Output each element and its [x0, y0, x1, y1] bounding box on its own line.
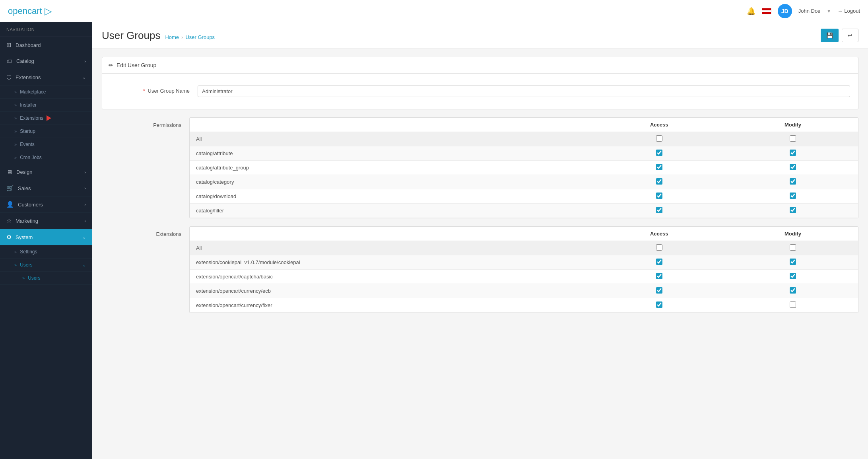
sidebar-item-label: Extensions — [16, 74, 41, 80]
modify-checkbox[interactable] — [790, 259, 796, 265]
logout-button[interactable]: → Logout — [837, 8, 860, 14]
sidebar-item-marketplace[interactable]: » Marketplace — [0, 86, 92, 99]
permissions-section: Permissions Access Modify Allcatalog/att… — [102, 117, 858, 218]
sidebar-item-sales[interactable]: 🛒 Sales › — [0, 180, 92, 196]
modify-checkbox[interactable] — [790, 150, 796, 156]
access-checkbox[interactable] — [656, 259, 662, 265]
chevron-right-icon: › — [84, 170, 86, 175]
red-arrow-indicator — [47, 115, 51, 121]
pencil-icon: ✏ — [109, 62, 113, 68]
sidebar-item-installer[interactable]: » Installer — [0, 99, 92, 112]
sidebar-item-extensions[interactable]: ⬡ Extensions ⌄ — [0, 69, 92, 86]
top-header: opencart ▷ 🔔 JD John Doe ▼ → Logout — [0, 0, 868, 22]
user-name: John Doe — [798, 8, 821, 14]
double-chevron-icon: » — [14, 116, 17, 121]
sidebar-item-design[interactable]: 🖥 Design › — [0, 164, 92, 180]
breadcrumb-separator: › — [181, 34, 183, 40]
save-button[interactable]: 💾 — [821, 29, 839, 42]
system-icon: ⚙ — [6, 233, 12, 241]
required-indicator: * — [143, 88, 145, 94]
panel-header: ✏ Edit User Group — [102, 57, 858, 74]
sidebar-item-catalog[interactable]: 🏷 Catalog › — [0, 53, 92, 69]
chevron-right-icon: › — [84, 59, 86, 64]
sales-icon: 🛒 — [6, 185, 14, 192]
sidebar-item-settings[interactable]: » Settings — [0, 245, 92, 259]
modify-checkbox[interactable] — [790, 244, 796, 251]
sidebar-item-cron-jobs[interactable]: » Cron Jobs — [0, 151, 92, 164]
breadcrumb-home[interactable]: Home — [165, 34, 179, 40]
sidebar-item-extensions-sub[interactable]: » Extensions — [0, 112, 92, 125]
access-checkbox[interactable] — [656, 193, 662, 199]
col-name-header — [190, 227, 591, 241]
user-dropdown-icon[interactable]: ▼ — [827, 9, 831, 14]
marketing-icon: ☆ — [6, 217, 12, 224]
page-header: User Groups Home › User Groups 💾 ↩ — [92, 22, 868, 49]
modify-checkbox[interactable] — [790, 178, 796, 185]
col-modify-header: Modify — [728, 227, 858, 241]
access-checkbox[interactable] — [656, 207, 662, 213]
access-checkbox[interactable] — [656, 273, 662, 279]
breadcrumb-current: User Groups — [185, 34, 215, 40]
permissions-table: Access Modify Allcatalog/attributecatalo… — [190, 118, 858, 218]
sidebar-item-customers[interactable]: 👤 Customers › — [0, 196, 92, 213]
chevron-right-icon: › — [84, 202, 86, 207]
double-chevron-icon: » — [22, 276, 25, 280]
page-title: User Groups — [102, 29, 160, 42]
access-checkbox[interactable] — [656, 287, 662, 294]
modify-checkbox[interactable] — [790, 135, 796, 142]
sidebar-item-label: Sales — [18, 185, 31, 191]
chevron-right-icon: › — [84, 186, 86, 191]
notifications-icon[interactable]: 🔔 — [747, 7, 755, 16]
col-access-header: Access — [591, 227, 728, 241]
double-chevron-icon: » — [14, 103, 17, 107]
sidebar-item-users-list[interactable]: » Users — [0, 272, 92, 285]
extensions-icon: ⬡ — [6, 74, 12, 81]
access-checkbox[interactable] — [656, 150, 662, 156]
sidebar-item-users[interactable]: » Users ⌄ — [0, 259, 92, 272]
back-button[interactable]: ↩ — [842, 29, 858, 42]
nav-header-label: NAVIGATION — [6, 27, 35, 32]
extensions-permissions-row: Extensions Access Modify Allextension/co… — [102, 226, 858, 313]
chevron-right-icon: › — [84, 218, 86, 223]
access-checkbox[interactable] — [656, 178, 662, 185]
table-row: catalog/download — [190, 189, 591, 204]
double-chevron-icon: » — [14, 263, 17, 267]
double-chevron-icon: » — [14, 129, 17, 134]
header-actions: 💾 ↩ — [821, 29, 858, 42]
access-checkbox[interactable] — [656, 135, 662, 142]
modify-checkbox[interactable] — [790, 301, 796, 308]
back-icon: ↩ — [848, 32, 852, 39]
access-checkbox[interactable] — [656, 244, 662, 251]
sidebar-sub-label: Installer — [20, 102, 37, 108]
language-flag-icon[interactable] — [762, 8, 771, 14]
double-chevron-icon: » — [14, 249, 17, 254]
modify-checkbox[interactable] — [790, 164, 796, 170]
sidebar-sub-label: Settings — [20, 249, 37, 255]
user-group-name-label: * User Group Name — [110, 86, 190, 94]
main-layout: NAVIGATION ⊞ Dashboard 🏷 Catalog › ⬡ Ext… — [0, 22, 868, 459]
modify-checkbox[interactable] — [790, 193, 796, 199]
permissions-table-wrap[interactable]: Access Modify Allcatalog/attributecatalo… — [189, 117, 858, 218]
sidebar-sub-label: Events — [20, 142, 35, 147]
page-title-area: User Groups Home › User Groups — [102, 29, 215, 42]
sidebar-item-system[interactable]: ⚙ System ⌄ — [0, 229, 92, 245]
sidebar-sub-label: Extensions — [20, 115, 43, 121]
sidebar-item-startup[interactable]: » Startup — [0, 125, 92, 138]
sidebar-item-marketing[interactable]: ☆ Marketing › — [0, 213, 92, 229]
logo-text: opencart — [8, 6, 42, 16]
table-row: extension/cookiepal_v1.0.7/module/cookie… — [190, 255, 591, 270]
sidebar-item-dashboard[interactable]: ⊞ Dashboard — [0, 37, 92, 53]
sidebar-sub-label: Users — [28, 275, 40, 281]
table-row: catalog/category — [190, 175, 591, 189]
modify-checkbox[interactable] — [790, 273, 796, 279]
user-group-name-input[interactable] — [198, 86, 850, 97]
access-checkbox[interactable] — [656, 301, 662, 308]
sidebar-item-events[interactable]: » Events — [0, 138, 92, 151]
sidebar-sub-label: Startup — [20, 128, 35, 134]
modify-checkbox[interactable] — [790, 287, 796, 294]
extensions-permissions-table: Access Modify Allextension/cookiepal_v1.… — [190, 227, 858, 313]
table-row: catalog/attribute — [190, 146, 591, 161]
extensions-permissions-table-wrap[interactable]: Access Modify Allextension/cookiepal_v1.… — [189, 226, 858, 313]
access-checkbox[interactable] — [656, 164, 662, 170]
modify-checkbox[interactable] — [790, 207, 796, 213]
